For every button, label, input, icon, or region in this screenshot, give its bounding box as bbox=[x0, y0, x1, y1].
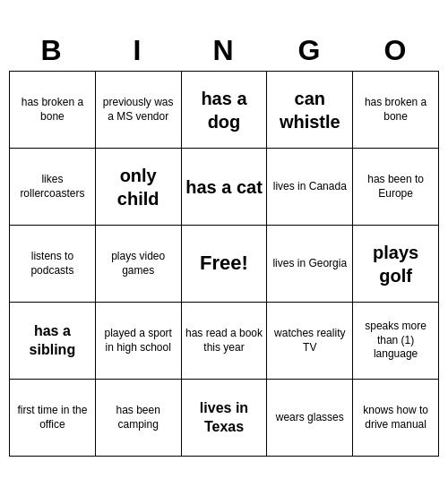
bingo-cell-16: played a sport in high school bbox=[96, 303, 182, 380]
bingo-cell-20: first time in the office bbox=[10, 380, 96, 457]
bingo-cell-0: has broken a bone bbox=[10, 72, 96, 149]
bingo-cell-1: previously was a MS vendor bbox=[96, 72, 182, 149]
bingo-cell-5: likes rollercoasters bbox=[10, 149, 96, 226]
bingo-cell-14: plays golf bbox=[353, 226, 439, 303]
bingo-cell-3: can whistle bbox=[267, 72, 353, 149]
bingo-cell-4: has broken a bone bbox=[353, 72, 439, 149]
bingo-cell-21: has been camping bbox=[96, 380, 182, 457]
bingo-cell-2: has a dog bbox=[182, 72, 268, 149]
bingo-cell-12: Free! bbox=[182, 226, 268, 303]
bingo-cell-11: plays video games bbox=[96, 226, 182, 303]
bingo-cell-17: has read a book this year bbox=[182, 303, 268, 380]
bingo-cell-8: lives in Canada bbox=[267, 149, 353, 226]
bingo-cell-18: watches reality TV bbox=[267, 303, 353, 380]
bingo-cell-6: only child bbox=[96, 149, 182, 226]
bingo-cell-23: wears glasses bbox=[267, 380, 353, 457]
bingo-cell-19: speaks more than (1) language bbox=[353, 303, 439, 380]
bingo-cell-22: lives in Texas bbox=[182, 380, 268, 457]
header-n: N bbox=[181, 30, 267, 71]
bingo-cell-13: lives in Georgia bbox=[267, 226, 353, 303]
bingo-cell-24: knows how to drive manual bbox=[353, 380, 439, 457]
bingo-header: B I N G O bbox=[9, 30, 439, 71]
header-i: I bbox=[95, 30, 181, 71]
bingo-cell-7: has a cat bbox=[182, 149, 268, 226]
bingo-cell-10: listens to podcasts bbox=[10, 226, 96, 303]
header-o: O bbox=[353, 30, 439, 71]
header-g: G bbox=[267, 30, 353, 71]
bingo-cell-15: has a sibling bbox=[10, 303, 96, 380]
bingo-card: B I N G O has broken a bonepreviously wa… bbox=[9, 30, 439, 457]
bingo-grid: has broken a bonepreviously was a MS ven… bbox=[9, 71, 439, 457]
header-b: B bbox=[9, 30, 95, 71]
bingo-cell-9: has been to Europe bbox=[353, 149, 439, 226]
